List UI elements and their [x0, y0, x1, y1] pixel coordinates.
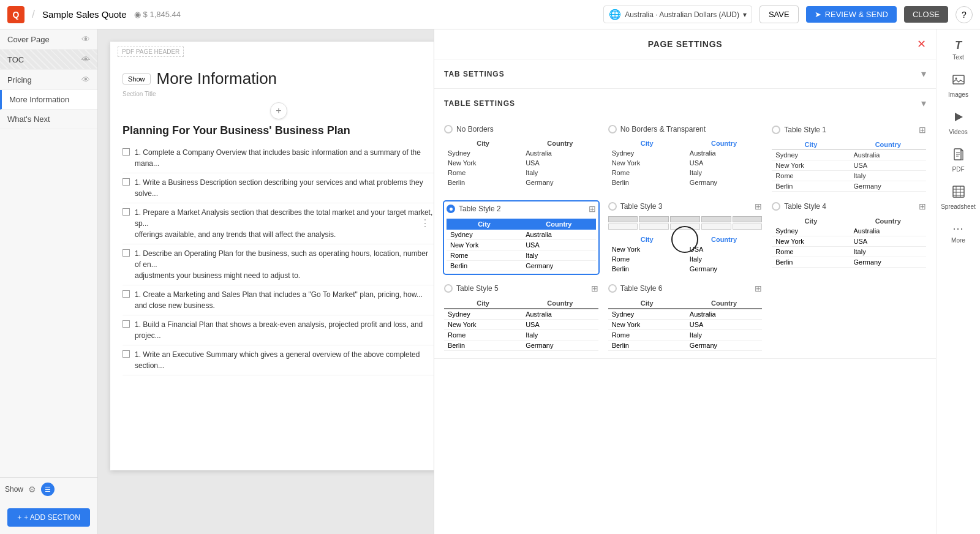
- task-item: 1. Create a Marketing and Sales Plan tha…: [123, 285, 434, 315]
- icon-item-more[interactable]: ··· More: [940, 217, 977, 249]
- sidebar-item-toc[interactable]: TOC 👁: [0, 50, 97, 70]
- main-layout: Cover Page 👁 TOC 👁 Pricing 👁 More Inform…: [0, 29, 980, 534]
- task-list: 1. Complete a Company Overview that incl…: [110, 141, 434, 378]
- radio-style-4[interactable]: [772, 202, 780, 211]
- task-text: 1. Prepare a Market Analysis section tha…: [135, 208, 432, 228]
- style-name-6: Table Style 6: [620, 284, 663, 293]
- grid-icon-5[interactable]: ⊞: [591, 284, 598, 293]
- locale-text: Australia · Australian Dollars (AUD): [625, 10, 739, 19]
- icon-item-spreadsheet[interactable]: Spreadsheet: [940, 180, 977, 215]
- pdf-header-label: PDF PAGE HEADER: [118, 47, 184, 57]
- task-checkbox[interactable]: [123, 148, 130, 156]
- page-title-row: Show More Information: [110, 62, 434, 91]
- table-style-3[interactable]: Table Style 3 ⊞: [608, 201, 763, 274]
- task-item: 1. Describe an Operating Plan for the bu…: [123, 244, 434, 285]
- tab-settings-label: TAB SETTINGS: [444, 70, 505, 78]
- app-logo[interactable]: Q: [7, 6, 24, 23]
- table-style-1[interactable]: Table Style 1 ⊞ CityCountry SydneyAustra…: [772, 125, 926, 192]
- add-section-button[interactable]: + + ADD SECTION: [7, 508, 90, 527]
- svg-marker-2: [955, 113, 963, 121]
- visibility-icon-toc[interactable]: 👁: [81, 55, 90, 64]
- review-label: REVIEW & SEND: [825, 10, 888, 19]
- locale-flag: 🌐: [609, 9, 621, 20]
- sidebar-item-more-info[interactable]: More Information: [0, 90, 97, 110]
- table-style-no-borders[interactable]: No Borders CityCountry SydneyAustralia N…: [444, 125, 598, 192]
- topbar: Q / Sample Sales Quote ◉ $ 1,845.44 🌐 Au…: [0, 0, 980, 29]
- text-icon-label: Text: [952, 54, 963, 61]
- icon-item-images[interactable]: Images: [940, 68, 977, 103]
- task-checkbox[interactable]: [123, 290, 130, 298]
- grid-icon-6[interactable]: ⊞: [755, 284, 762, 293]
- locale-selector[interactable]: 🌐 Australia · Australian Dollars (AUD) ▾: [603, 6, 752, 23]
- task-checkbox[interactable]: [123, 249, 130, 257]
- icon-sidebar: T Text Images Videos: [936, 29, 980, 534]
- gear-icon[interactable]: ⚙: [28, 484, 36, 494]
- sidebar-item-cover-page[interactable]: Cover Page 👁: [0, 29, 97, 50]
- table-settings-section: TABLE SETTINGS ▾ No Borders CityCountry: [434, 89, 936, 359]
- visibility-icon-pricing[interactable]: 👁: [81, 75, 90, 85]
- radio-style-5[interactable]: [444, 284, 453, 293]
- icon-item-pdf[interactable]: PDF: [940, 143, 977, 178]
- task-text: 1. Complete a Company Overview that incl…: [135, 147, 434, 169]
- grid-icon-3[interactable]: ⊞: [755, 201, 762, 211]
- sidebar-label-pricing: Pricing: [7, 75, 32, 85]
- sidebar-item-whats-next[interactable]: What's Next: [0, 110, 97, 129]
- spreadsheet-icon: [952, 185, 965, 201]
- radio-style-6[interactable]: [608, 284, 617, 293]
- show-button[interactable]: Show: [123, 73, 151, 85]
- sidebar-label-whats-next: What's Next: [7, 115, 50, 124]
- panel-close-button[interactable]: ✕: [917, 37, 926, 51]
- sidebar-item-pricing[interactable]: Pricing 👁: [0, 70, 97, 90]
- section-tabs-button[interactable]: ☰: [41, 483, 55, 496]
- context-menu-icon[interactable]: ⋮: [420, 216, 430, 231]
- review-send-button[interactable]: ➤ REVIEW & SEND: [806, 6, 897, 23]
- icon-item-text[interactable]: T Text: [940, 34, 977, 66]
- show-toggle[interactable]: Show: [5, 485, 23, 494]
- table-style-4[interactable]: Table Style 4 ⊞ CityCountry SydneyAustra…: [772, 201, 926, 274]
- grid-icon-1[interactable]: ⊞: [919, 125, 926, 135]
- task-item: 1. Prepare a Market Analysis section tha…: [123, 203, 434, 244]
- svg-point-1: [955, 78, 957, 80]
- style-name-5: Table Style 5: [456, 284, 499, 293]
- add-section-area: +: [110, 102, 434, 119]
- right-panel: PAGE SETTINGS ✕ TAB SETTINGS ▾ TABLE SET…: [434, 29, 936, 534]
- add-icon: +: [17, 513, 21, 522]
- table-settings-header[interactable]: TABLE SETTINGS ▾: [434, 89, 936, 118]
- tab-settings-header[interactable]: TAB SETTINGS ▾: [434, 59, 936, 88]
- task-checkbox[interactable]: [123, 178, 130, 186]
- close-top-button[interactable]: CLOSE: [904, 6, 948, 23]
- table-style-2[interactable]: Table Style 2 ⊞ CityCountry SydneyAustra…: [444, 201, 598, 274]
- table-style-no-borders-transparent[interactable]: No Borders & Transparent CityCountry Syd…: [608, 125, 763, 192]
- price-value: $ 1,845.44: [143, 10, 181, 19]
- table-style-6[interactable]: Table Style 6 ⊞ CityCountry SydneyAustra…: [608, 284, 763, 351]
- radio-style-2[interactable]: [447, 205, 455, 213]
- visibility-icon-cover[interactable]: 👁: [81, 34, 90, 44]
- grid-icon-2[interactable]: ⊞: [589, 204, 596, 214]
- spreadsheet-icon-label: Spreadsheet: [941, 203, 976, 210]
- add-label: + ADD SECTION: [24, 513, 80, 522]
- grid-icon-4[interactable]: ⊞: [919, 201, 926, 211]
- sidebar-label-cover: Cover Page: [7, 35, 50, 44]
- task-text: 1. Describe an Operating Plan for the bu…: [135, 249, 428, 269]
- task-text-2: and close new business.: [135, 301, 215, 310]
- page-container: PDF PAGE HEADER Show More Information Se…: [110, 42, 434, 470]
- task-checkbox[interactable]: [123, 320, 130, 328]
- task-checkbox[interactable]: [123, 208, 130, 216]
- radio-style-1[interactable]: [772, 126, 780, 134]
- videos-icon-label: Videos: [949, 129, 967, 135]
- add-section-inline-button[interactable]: +: [270, 102, 287, 119]
- save-button[interactable]: SAVE: [760, 6, 799, 23]
- style-name-4: Table Style 4: [784, 202, 826, 211]
- document-title: Sample Sales Quote: [42, 9, 127, 20]
- section-title-label: Section Title: [110, 91, 434, 97]
- style-name-3: Table Style 3: [620, 202, 663, 211]
- table-style-5[interactable]: Table Style 5 ⊞ CityCountry SydneyAustra…: [444, 284, 598, 351]
- style-name-no-borders-transparent: No Borders & Transparent: [620, 125, 706, 134]
- radio-style-3[interactable]: [608, 202, 617, 211]
- help-button[interactable]: ?: [956, 6, 973, 23]
- icon-item-videos[interactable]: Videos: [940, 105, 977, 140]
- tab-settings-section: TAB SETTINGS ▾: [434, 59, 936, 89]
- radio-no-borders[interactable]: [444, 125, 453, 134]
- task-checkbox[interactable]: [123, 350, 130, 358]
- radio-no-borders-transparent[interactable]: [608, 125, 617, 134]
